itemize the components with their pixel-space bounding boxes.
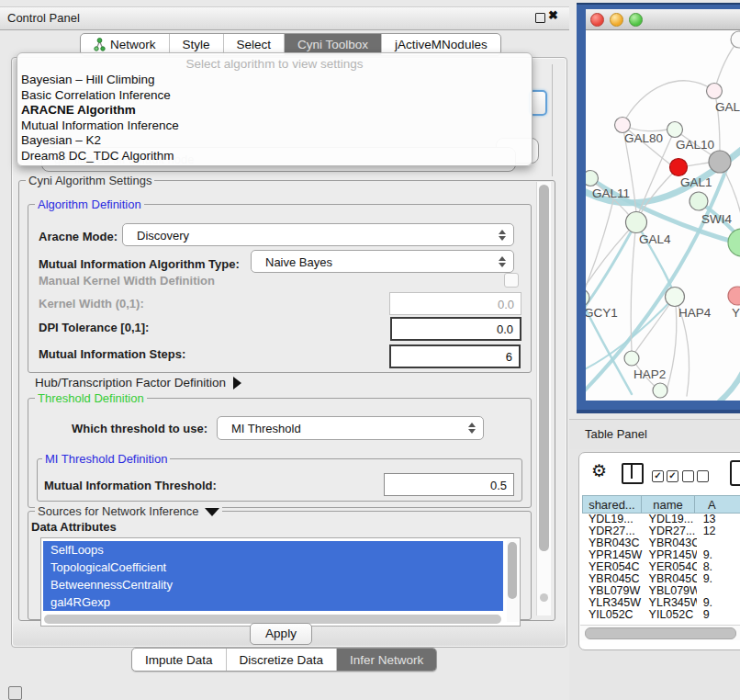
algorithm-option[interactable]: Dream8 DC_TDC Algorithm bbox=[21, 149, 174, 163]
tab-label: Style bbox=[183, 38, 210, 51]
partial-toolbar-icon[interactable] bbox=[730, 460, 740, 486]
mi-steps-field[interactable]: 6 bbox=[389, 344, 521, 368]
checkbox-empty-icon bbox=[697, 470, 709, 482]
network-node[interactable] bbox=[728, 229, 740, 256]
table-row[interactable]: YER054CYER054C8. bbox=[582, 561, 740, 573]
network-edge[interactable] bbox=[720, 372, 740, 401]
tab-impute-data[interactable]: Impute Data bbox=[132, 649, 227, 671]
table-row[interactable]: YBR043CYBR043C bbox=[582, 537, 740, 549]
zoom-traffic-light[interactable] bbox=[629, 13, 643, 27]
checkbox-checked-icon: ✓ bbox=[667, 470, 678, 482]
table-row[interactable]: YPR145WYPR145W9. bbox=[582, 549, 740, 561]
dpi-tolerance-label: DPI Tolerance [0,1]: bbox=[39, 321, 149, 334]
algorithm-option[interactable]: Bayesian – K2 bbox=[21, 133, 101, 147]
table-row[interactable]: YDR27...YDR27...12 bbox=[582, 525, 740, 537]
network-node[interactable] bbox=[731, 31, 740, 48]
tab-label: Impute Data bbox=[145, 653, 213, 667]
apply-button[interactable]: Apply bbox=[250, 623, 312, 645]
gear-icon[interactable]: ⚙ bbox=[591, 460, 607, 481]
which-threshold-combo[interactable]: MI Threshold bbox=[217, 416, 484, 440]
column-header[interactable]: A bbox=[695, 495, 740, 514]
network-edge[interactable] bbox=[667, 297, 677, 390]
network-node-gal10[interactable] bbox=[667, 122, 683, 138]
tab-label: jActiveMNodules bbox=[395, 38, 488, 51]
network-node-gal80[interactable] bbox=[615, 118, 631, 133]
node-label: GAL4 bbox=[639, 232, 671, 246]
algorithm-option[interactable]: ARACNE Algorithm bbox=[21, 103, 136, 117]
dpi-tolerance-field[interactable]: 0.0 bbox=[390, 317, 521, 341]
network-node[interactable] bbox=[653, 383, 667, 398]
scrollbar-thumb[interactable] bbox=[539, 185, 549, 551]
network-node-gal1[interactable] bbox=[670, 159, 688, 176]
tab-label: Cyni Toolbox bbox=[297, 38, 368, 51]
tab-infer-network[interactable]: Infer Network bbox=[337, 649, 436, 671]
table-row[interactable]: YIL052CYIL052C9 bbox=[582, 609, 740, 621]
network-node-swi4[interactable] bbox=[690, 192, 708, 210]
column-header[interactable]: shared... bbox=[582, 495, 642, 514]
table-cell: YLR345W bbox=[582, 597, 643, 609]
data-attributes-label: Data Attributes bbox=[31, 520, 117, 534]
scrollbar-thumb[interactable] bbox=[585, 627, 736, 639]
table-row[interactable]: YBL079WYBL079W bbox=[582, 585, 740, 597]
settings-vertical-scrollbar[interactable] bbox=[536, 182, 551, 615]
table-cell: 9. bbox=[697, 597, 740, 609]
mi-type-combo[interactable]: Naive Bayes bbox=[251, 250, 514, 273]
attribute-list-item[interactable]: SelfLoops bbox=[43, 541, 503, 559]
table-cell: YPR145W bbox=[582, 549, 643, 561]
table-cell: YDR27... bbox=[643, 525, 697, 537]
tab-label: Select bbox=[237, 38, 272, 51]
network-node-hap2[interactable] bbox=[624, 351, 639, 366]
tab-discretize-data[interactable]: Discretize Data bbox=[227, 649, 338, 671]
kernel-width-value: 0.0 bbox=[498, 297, 514, 310]
attributes-list-vertical-scrollbar[interactable] bbox=[507, 540, 519, 622]
algorithm-option[interactable]: Basic Correlation Inference bbox=[21, 88, 171, 102]
aracne-mode-combo[interactable]: Discovery bbox=[122, 223, 514, 246]
attribute-list-item[interactable]: gal4RGexp bbox=[43, 593, 503, 611]
network-node-gal11[interactable] bbox=[586, 171, 599, 186]
attribute-list-item[interactable]: TopologicalCoefficient bbox=[43, 559, 503, 576]
table-cell: 9 bbox=[697, 609, 740, 621]
network-node-hap4[interactable] bbox=[666, 288, 685, 307]
hub-definition-expander[interactable]: Hub/Transcription Factor Definition bbox=[35, 376, 241, 390]
network-window-titlebar[interactable] bbox=[586, 9, 740, 30]
node-label: GAL11 bbox=[592, 186, 630, 200]
table-row[interactable]: YDL19...YDL19...13 bbox=[582, 514, 740, 525]
node-label: GAL80 bbox=[624, 131, 663, 145]
sources-title: Sources for Network Inference bbox=[38, 504, 199, 518]
split-columns-icon[interactable] bbox=[622, 463, 644, 484]
sources-expander[interactable]: Sources for Network Inference bbox=[35, 504, 222, 518]
column-header[interactable]: name bbox=[642, 495, 695, 514]
table-cell: YIL052C bbox=[643, 609, 697, 621]
node-label: HAP2 bbox=[633, 367, 666, 381]
control-panel-title: Control Panel bbox=[7, 11, 80, 25]
checkbox-empty-icon bbox=[682, 470, 694, 482]
network-canvas[interactable]: GAL7GAL80GAL10GAL1GAL11SWI4GAL4GCY1HAP4Y… bbox=[586, 30, 740, 401]
scrollbar-thumb[interactable] bbox=[508, 542, 517, 599]
checked-pair-icon[interactable]: ✓ ✓ bbox=[652, 470, 678, 482]
manual-kernel-checkbox[interactable] bbox=[504, 273, 519, 288]
algorithm-definition-title: Algorithm Definition bbox=[35, 198, 144, 211]
minimize-traffic-light[interactable] bbox=[610, 13, 623, 27]
network-edge[interactable] bbox=[622, 81, 714, 125]
table-panel-header: Table Panel bbox=[569, 419, 740, 450]
network-edge[interactable] bbox=[586, 222, 636, 315]
kernel-width-field[interactable]: 0.0 bbox=[389, 292, 521, 315]
network-edge[interactable] bbox=[586, 222, 636, 292]
mi-threshold-field[interactable]: 0.5 bbox=[384, 473, 514, 496]
dock-panel-icon[interactable] bbox=[8, 686, 22, 700]
table-cell: YER054C bbox=[643, 561, 697, 573]
algorithm-option[interactable]: Mutual Information Inference bbox=[21, 119, 179, 132]
unchecked-pair-icon[interactable] bbox=[682, 470, 709, 482]
table-horizontal-scrollbar[interactable] bbox=[580, 625, 740, 640]
close-traffic-light[interactable] bbox=[590, 13, 604, 27]
attribute-list-item[interactable]: BetweennessCentrality bbox=[43, 576, 503, 593]
float-window-icon[interactable] bbox=[535, 13, 545, 23]
network-node-gal4[interactable] bbox=[626, 212, 647, 233]
table-row[interactable]: YLR345WYLR345W9. bbox=[582, 597, 740, 609]
table-row[interactable]: YBR045CYBR045C9. bbox=[582, 573, 740, 585]
algorithm-option[interactable]: Bayesian – Hill Climbing bbox=[21, 73, 155, 86]
network-node-gal7[interactable] bbox=[707, 84, 723, 99]
close-icon[interactable]: ✖ bbox=[548, 8, 558, 22]
network-node[interactable] bbox=[709, 151, 731, 173]
network-node-y[interactable] bbox=[728, 287, 740, 305]
